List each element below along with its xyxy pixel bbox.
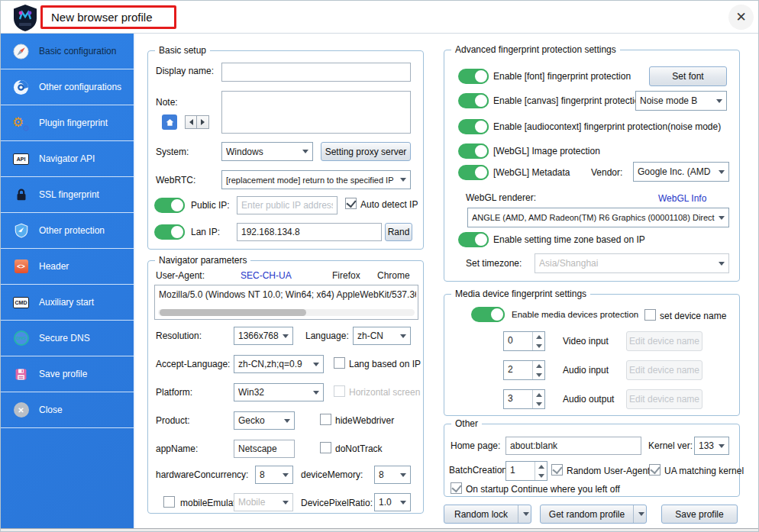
ua-matching-kernel-checkbox[interactable]	[649, 464, 660, 476]
edit-audio-output-device-button[interactable]: Edit device name	[626, 389, 702, 409]
sidebar-item-secure-dns[interactable]: DNS Secure DNS	[1, 321, 134, 356]
left-arrow-icon[interactable]	[185, 115, 197, 129]
save-profile-button[interactable]: Save profile	[661, 505, 738, 524]
display-name-input[interactable]	[221, 63, 411, 82]
media-devices-toggle[interactable]	[471, 307, 505, 322]
video-input-spinner[interactable]: 0	[503, 331, 545, 351]
sidebar-item-plugin-fingerprint[interactable]: Plugin fingerprint	[1, 105, 134, 141]
chrome-link[interactable]: Chrome	[377, 270, 410, 281]
lang-based-on-ip-checkbox[interactable]	[334, 357, 345, 369]
webgl-info-link[interactable]: WebGL Info	[658, 193, 706, 204]
set-font-button[interactable]: Set font	[649, 66, 727, 86]
timezone-dropdown[interactable]: Asia/Shanghai	[535, 253, 729, 273]
product-dropdown[interactable]: Gecko	[234, 411, 295, 430]
do-not-track-checkbox[interactable]	[320, 442, 331, 453]
font-protection-toggle[interactable]	[458, 69, 489, 84]
sidebar-item-other-protection[interactable]: Other protection	[1, 213, 134, 249]
platform-dropdown[interactable]: Win32	[234, 383, 324, 401]
spin-down-icon[interactable]	[533, 341, 544, 350]
right-arrow-icon[interactable]	[197, 115, 209, 129]
firefox-link[interactable]: Firefox	[332, 270, 360, 281]
sidebar-item-label: Close	[39, 405, 63, 415]
accept-language-dropdown[interactable]: zh-CN,zh;q=0.9	[234, 355, 324, 373]
dropdown-arrow-icon[interactable]	[518, 505, 531, 523]
sidebar-item-navigator-api[interactable]: API Navigator API	[1, 141, 134, 177]
webgl-image-toggle[interactable]	[458, 143, 489, 159]
note-textarea[interactable]	[221, 91, 411, 134]
sidebar-item-header[interactable]: Header	[1, 249, 134, 285]
resolution-dropdown[interactable]: 1366x768	[234, 327, 293, 345]
appname-input[interactable]	[234, 440, 295, 458]
spin-up-icon[interactable]	[533, 332, 544, 341]
user-agent-input[interactable]: Mozilla/5.0 (Windows NT 10.0; Win64; x64…	[154, 285, 418, 320]
hide-webdriver-checkbox[interactable]	[320, 414, 331, 425]
toggle-knob	[473, 93, 489, 108]
batch-creation-spinner[interactable]: 1	[505, 461, 547, 481]
canvas-noise-mode-dropdown[interactable]: Noise mode B	[635, 91, 727, 111]
edit-video-device-button[interactable]: Edit device name	[626, 331, 702, 351]
canvas-protection-toggle[interactable]	[458, 93, 489, 108]
dropdown-arrow-icon[interactable]	[633, 505, 646, 523]
language-dropdown[interactable]: zh-CN	[353, 327, 411, 345]
webrtc-dropdown[interactable]: [replacement mode] return to the specifi…	[221, 170, 411, 189]
public-ip-input[interactable]	[237, 196, 338, 214]
appname-label: appName:	[156, 443, 198, 454]
lock-icon	[12, 186, 30, 204]
spin-down-icon[interactable]	[535, 471, 547, 480]
spin-down-icon[interactable]	[533, 399, 544, 408]
mobile-emulation-checkbox[interactable]	[163, 496, 175, 508]
spin-down-icon[interactable]	[533, 370, 544, 379]
lan-ip-toggle[interactable]	[154, 224, 185, 240]
random-lock-button[interactable]: Random lock	[444, 505, 531, 524]
vendor-dropdown[interactable]: Google Inc. (AMD	[633, 162, 729, 182]
mobile-dropdown[interactable]: Mobile	[234, 493, 293, 511]
public-ip-toggle[interactable]	[154, 198, 185, 213]
spin-up-icon[interactable]	[533, 390, 544, 399]
webgl-renderer-dropdown[interactable]: ANGLE (AMD, AMD Radeon(TM) R6 Graphics (…	[467, 208, 729, 227]
audio-input-spinner[interactable]: 2	[503, 360, 545, 380]
edit-audio-input-device-button[interactable]: Edit device name	[626, 360, 702, 380]
rand-button[interactable]: Rand	[385, 223, 412, 241]
system-dropdown[interactable]: Windows	[221, 142, 313, 161]
random-user-agent-checkbox[interactable]	[551, 464, 563, 476]
set-timezone-label: Set timezone:	[466, 258, 522, 269]
webgl-metadata-toggle[interactable]	[458, 165, 489, 180]
device-pixel-ratio-dropdown[interactable]: 1.0	[374, 493, 411, 511]
audio-output-spinner[interactable]: 3	[503, 389, 545, 409]
auto-detect-ip-checkbox[interactable]	[345, 198, 357, 209]
ua-scrollbar-thumb[interactable]	[160, 309, 306, 316]
spin-up-icon[interactable]	[533, 361, 544, 370]
sidebar-item-label: Other configurations	[39, 82, 121, 92]
sidebar-item-label: Header	[39, 261, 69, 272]
sidebar-item-label: Secure DNS	[39, 333, 90, 343]
sidebar-item-other-configurations[interactable]: Other configurations	[1, 69, 134, 105]
get-random-profile-button[interactable]: Get random profile	[540, 505, 647, 524]
sidebar-item-save-profile[interactable]: Save profile	[1, 356, 134, 392]
audiocontext-protection-toggle[interactable]	[458, 119, 489, 134]
device-memory-dropdown[interactable]: 8	[374, 466, 411, 484]
public-ip-label: Public IP:	[191, 200, 230, 211]
browser-icon	[12, 79, 30, 96]
lan-ip-input[interactable]	[237, 223, 382, 241]
hardware-concurrency-dropdown[interactable]: 8	[255, 466, 293, 484]
startup-continue-checkbox[interactable]	[451, 482, 462, 494]
home-icon[interactable]	[162, 114, 177, 130]
gears-icon	[12, 114, 30, 132]
home-page-input[interactable]	[505, 437, 641, 455]
horizontal-screen-checkbox[interactable]	[334, 385, 345, 397]
setting-proxy-server-button[interactable]: Setting proxy server	[321, 142, 411, 161]
timezone-by-ip-label: Enable setting time zone based on IP	[493, 234, 645, 245]
sidebar-item-auxiliary-start[interactable]: CMD Auxiliary start	[1, 285, 134, 321]
sidebar-item-close[interactable]: Close	[1, 392, 134, 428]
sidebar-item-basic-configuration[interactable]: Basic configuration	[1, 34, 134, 69]
dropdown-arrow-icon	[400, 473, 406, 477]
ua-scrollbar-track[interactable]	[158, 309, 415, 316]
close-icon[interactable]	[728, 5, 754, 30]
sec-ch-ua-link[interactable]: SEC-CH-UA	[241, 270, 292, 281]
sidebar-item-ssl-fingerprint[interactable]: SSL fingerprint	[1, 177, 134, 213]
font-protection-label: Enable [font] fingerprint protection	[493, 71, 631, 82]
set-device-name-checkbox[interactable]	[644, 309, 656, 321]
spin-up-icon[interactable]	[535, 462, 547, 471]
timezone-by-ip-toggle[interactable]	[458, 232, 489, 247]
kernel-ver-dropdown[interactable]: 133	[694, 437, 729, 455]
